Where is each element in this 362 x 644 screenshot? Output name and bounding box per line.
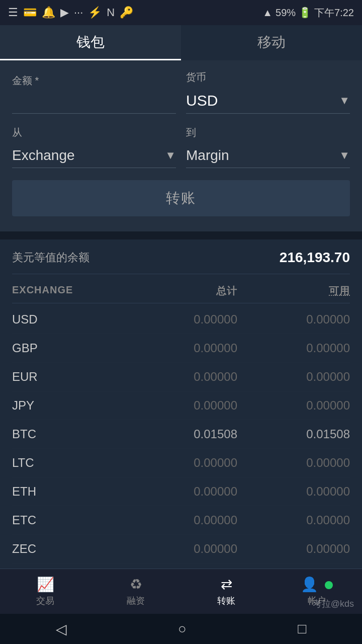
total-ETH: 0.00000 [125, 485, 237, 499]
currency-GBP: GBP [12, 341, 125, 355]
bell-icon: 🔔 [42, 6, 55, 19]
total-BTC: 0.01508 [125, 427, 237, 441]
available-ETC: 0.00000 [237, 513, 350, 527]
to-dropdown-icon: ▼ [339, 149, 350, 162]
from-dropdown-icon: ▼ [165, 149, 176, 162]
total-EUR: 0.00000 [125, 370, 237, 384]
currency-select[interactable]: USD ▼ [186, 88, 350, 114]
signal-icon: ▲ [262, 7, 273, 19]
battery-icon: 🔋 [299, 7, 311, 19]
table-row: ZEC 0.00000 0.00000 [12, 535, 350, 564]
balance-label: 美元等值的余额 [12, 250, 89, 265]
total-ETC: 0.00000 [125, 513, 237, 527]
nav-item-finance[interactable]: ♻ 融资 [90, 576, 181, 607]
menu-icon: ☰ [8, 6, 18, 19]
tab-wallet[interactable]: 钱包 [0, 25, 181, 60]
transfer-btn-wrap: 转账 [12, 180, 350, 216]
transfer-button[interactable]: 转账 [12, 180, 350, 216]
th-total: 总计 [125, 284, 237, 298]
table-row: GBP 0.00000 0.00000 [12, 334, 350, 363]
available-ZEC: 0.00000 [237, 542, 350, 556]
currency-ZEC: ZEC [12, 542, 125, 556]
from-field: 从 Exchange ▼ [12, 126, 176, 168]
currency-EUR: EUR [12, 370, 125, 384]
section-divider [0, 231, 362, 239]
nfc-icon: N [107, 6, 115, 19]
total-JPY: 0.00000 [125, 398, 237, 413]
available-EUR: 0.00000 [237, 370, 350, 384]
nav-label-transfer: 转账 [217, 595, 235, 607]
th-section: EXCHANGE [12, 284, 125, 298]
available-BTC: 0.01508 [237, 427, 350, 441]
to-select[interactable]: Margin ▼ [186, 143, 350, 168]
available-GBP: 0.00000 [237, 341, 350, 355]
back-button[interactable]: ◁ [56, 621, 67, 637]
lte-label: 59% [276, 7, 296, 19]
nav-label-trade: 交易 [36, 595, 54, 607]
status-icons-left: ☰ 💳 🔔 ▶ ··· ⚡ N 🔑 [8, 6, 133, 19]
status-bar: ☰ 💳 🔔 ▶ ··· ⚡ N 🔑 ▲ 59% 🔋 下午7:22 [0, 0, 362, 25]
currency-JPY: JPY [12, 398, 125, 413]
account-icon: 👤 [301, 576, 333, 593]
currency-ETH: ETH [12, 485, 125, 499]
total-ZEC: 0.00000 [125, 542, 237, 556]
status-icons-right: ▲ 59% 🔋 下午7:22 [262, 6, 354, 20]
from-select[interactable]: Exchange ▼ [12, 143, 176, 168]
total-USD: 0.00000 [125, 312, 237, 327]
currency-field: 货币 USD ▼ [186, 70, 350, 114]
amount-input[interactable] [12, 92, 176, 114]
from-to-row: 从 Exchange ▼ 到 Margin ▼ [12, 126, 350, 168]
tab-bar: 钱包 移动 [0, 25, 362, 60]
nav-item-trade[interactable]: 📈 交易 [0, 576, 90, 607]
transfer-icon: ⇄ [221, 576, 232, 593]
currency-ETC: ETC [12, 513, 125, 527]
currency-value: USD [186, 92, 218, 109]
home-button[interactable]: ○ [178, 621, 187, 637]
balance-row: 美元等值的余额 216,193.70 [12, 250, 350, 274]
from-label: 从 [12, 126, 176, 139]
table-row: EUR 0.00000 0.00000 [12, 363, 350, 391]
currency-dropdown-icon: ▼ [339, 94, 350, 107]
currency-LTC: LTC [12, 456, 125, 470]
table-header: EXCHANGE 总计 可用 [12, 279, 350, 303]
table-row: LTC 0.00000 0.00000 [12, 449, 350, 477]
available-LTC: 0.00000 [237, 456, 350, 470]
table-row: USD 0.00000 0.00000 [12, 305, 350, 334]
bluetooth-icon: ⚡ [88, 6, 102, 19]
total-GBP: 0.00000 [125, 341, 237, 355]
table-row: JPY 0.00000 0.00000 [12, 391, 350, 420]
table-row: BTC 0.01508 0.01508 [12, 420, 350, 449]
balance-value: 216,193.70 [280, 250, 350, 266]
time-label: 下午7:22 [314, 6, 354, 20]
table-row: ETC 0.00000 0.00000 [12, 506, 350, 535]
send-icon: ▶ [60, 6, 69, 19]
recent-button[interactable]: □ [298, 621, 306, 637]
trade-icon: 📈 [37, 576, 54, 593]
to-label: 到 [186, 126, 350, 139]
total-LTC: 0.00000 [125, 456, 237, 470]
watermark: 考拉@kds [313, 598, 354, 610]
table-row: ETH 0.00000 0.00000 [12, 477, 350, 506]
available-USD: 0.00000 [237, 312, 350, 327]
system-nav: ◁ ○ □ [0, 614, 362, 644]
nav-label-finance: 融资 [127, 595, 145, 607]
available-JPY: 0.00000 [237, 398, 350, 413]
bottom-nav: 📈 交易 ♻ 融资 ⇄ 转账 👤 帐户 [0, 569, 362, 614]
from-value: Exchange [12, 147, 75, 164]
finance-icon: ♻ [130, 576, 142, 593]
amount-label: 金额 * [12, 74, 176, 88]
key-icon: 🔑 [120, 6, 133, 19]
amount-field: 金额 * [12, 74, 176, 114]
amount-currency-row: 金额 * 货币 USD ▼ [12, 70, 350, 114]
currency-BTC: BTC [12, 427, 125, 441]
more-icon: ··· [74, 6, 83, 19]
tab-move[interactable]: 移动 [181, 25, 362, 60]
th-available: 可用 [237, 284, 350, 298]
currency-label: 货币 [186, 70, 350, 84]
currency-USD: USD [12, 312, 125, 327]
transfer-form: 金额 * 货币 USD ▼ 从 Exchange ▼ 到 Margin ▼ [0, 60, 362, 231]
to-value: Margin [186, 147, 229, 164]
available-ETH: 0.00000 [237, 485, 350, 499]
nav-item-transfer[interactable]: ⇄ 转账 [181, 576, 272, 607]
to-field: 到 Margin ▼ [186, 126, 350, 168]
